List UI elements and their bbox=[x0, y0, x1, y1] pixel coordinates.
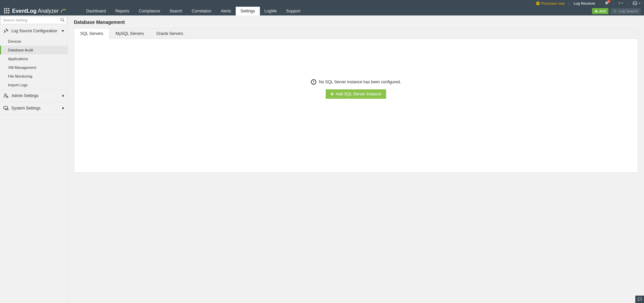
sidebar-item-file-monitoring[interactable]: File Monitoring bbox=[0, 72, 67, 81]
tab-dashboard[interactable]: Dashboard bbox=[82, 7, 111, 15]
svg-point-2 bbox=[634, 2, 636, 3]
tab-correlation[interactable]: Correlation bbox=[187, 7, 216, 15]
svg-rect-7 bbox=[4, 106, 7, 109]
chevron-down-icon bbox=[61, 30, 64, 32]
separator: | bbox=[613, 1, 614, 5]
tab-reports[interactable]: Reports bbox=[110, 7, 134, 15]
purchase-now-link[interactable]: Purchase now bbox=[536, 1, 565, 5]
svg-point-3 bbox=[613, 10, 615, 12]
cart-icon bbox=[536, 1, 540, 5]
add-sql-instance-button[interactable]: Add SQL Server Instance bbox=[326, 89, 386, 99]
help-menu[interactable]: ? bbox=[618, 1, 623, 5]
log-search-button[interactable]: Log Search bbox=[610, 8, 641, 14]
main-layout: Log Source Configuration Devices Databas… bbox=[0, 15, 644, 303]
content-area: Database Management SQL Servers MySQL Se… bbox=[68, 15, 644, 303]
search-setting-wrap bbox=[1, 16, 67, 24]
help-label: ? bbox=[618, 1, 620, 5]
sidebar-section-admin: Admin Settings bbox=[0, 90, 67, 102]
plus-icon bbox=[330, 92, 334, 96]
tab-settings[interactable]: Settings bbox=[236, 7, 260, 15]
tab-alerts[interactable]: Alerts bbox=[216, 7, 236, 15]
chevron-right-icon bbox=[62, 107, 64, 110]
svg-point-4 bbox=[61, 18, 63, 21]
sidebar-head-label: System Settings bbox=[11, 106, 41, 111]
subtab-oracle-servers[interactable]: Oracle Servers bbox=[150, 29, 190, 39]
user-gear-icon bbox=[3, 93, 9, 98]
plus-icon bbox=[595, 10, 598, 13]
user-menu[interactable] bbox=[632, 1, 641, 6]
sidebar-head-log-source[interactable]: Log Source Configuration bbox=[0, 25, 67, 37]
feedback-button[interactable] bbox=[635, 296, 644, 303]
sidebar-item-database-audit[interactable]: Database Audit bbox=[0, 46, 67, 54]
caret-down-icon bbox=[621, 3, 623, 4]
tab-compliance[interactable]: Compliance bbox=[134, 7, 165, 15]
sidebar-head-system[interactable]: System Settings bbox=[0, 102, 67, 114]
sidebar-head-label: Admin Settings bbox=[11, 93, 39, 98]
add-button[interactable]: Add bbox=[592, 8, 608, 14]
brand-a: EventLog bbox=[12, 8, 37, 14]
nav-tabs: Dashboard Reports Compliance Search Corr… bbox=[82, 7, 305, 15]
separator: | bbox=[627, 1, 628, 5]
tab-support[interactable]: Support bbox=[281, 7, 305, 15]
nav-right: Add Log Search bbox=[592, 7, 644, 15]
tab-logme[interactable]: LogMe bbox=[260, 7, 282, 15]
chevron-right-icon bbox=[62, 94, 64, 97]
separator: | bbox=[599, 1, 600, 5]
svg-point-0 bbox=[536, 2, 540, 5]
svg-point-6 bbox=[6, 96, 8, 97]
log-search-label: Log Search bbox=[619, 9, 638, 13]
purchase-now-label: Purchase now bbox=[541, 1, 565, 5]
sidebar-item-applications[interactable]: Applications bbox=[0, 54, 67, 63]
search-icon bbox=[613, 9, 617, 13]
chat-icon bbox=[637, 297, 642, 302]
sidebar-items-log-source: Devices Database Audit Applications VM M… bbox=[0, 37, 67, 89]
sidebar-item-vm-management[interactable]: VM Management bbox=[0, 63, 67, 72]
sidebar-section-log-source: Log Source Configuration Devices Databas… bbox=[0, 25, 67, 90]
subtabs: SQL Servers MySQL Servers Oracle Servers bbox=[74, 29, 638, 39]
sidebar-item-import-logs[interactable]: Import Logs bbox=[0, 81, 67, 89]
sidebar-item-devices[interactable]: Devices bbox=[0, 37, 67, 46]
log-receiver-link[interactable]: Log Receiver bbox=[573, 1, 595, 5]
search-setting-input[interactable] bbox=[1, 16, 67, 24]
notification-button[interactable]: 4 bbox=[604, 1, 609, 6]
separator: | bbox=[569, 1, 570, 5]
brand-logo[interactable]: EventLog Analyzer bbox=[12, 7, 74, 15]
caret-down-icon bbox=[639, 3, 641, 4]
page-title: Database Management bbox=[74, 19, 638, 25]
search-icon bbox=[60, 17, 65, 22]
brand-b: Analyzer bbox=[38, 8, 58, 14]
sidebar-head-label: Log Source Configuration bbox=[11, 29, 57, 33]
subtab-sql-servers[interactable]: SQL Servers bbox=[74, 29, 109, 39]
svg-point-5 bbox=[4, 94, 6, 96]
monitor-gear-icon bbox=[3, 105, 9, 111]
empty-message-row: ! No SQL Server instance has been config… bbox=[74, 79, 638, 85]
add-instance-label: Add SQL Server Instance bbox=[336, 92, 381, 96]
notification-badge: 4 bbox=[607, 0, 610, 3]
info-icon: ! bbox=[311, 79, 316, 85]
main-nav: EventLog Analyzer Dashboard Reports Comp… bbox=[0, 7, 644, 15]
user-icon bbox=[632, 1, 638, 6]
top-util-bar: Purchase now | Log Receiver | 4 | ? | bbox=[0, 0, 644, 7]
empty-message: No SQL Server instance has been configur… bbox=[319, 80, 401, 84]
sidebar-head-admin[interactable]: Admin Settings bbox=[0, 90, 67, 102]
sidebar-section-system: System Settings bbox=[0, 102, 67, 115]
sidebar: Log Source Configuration Devices Databas… bbox=[0, 15, 68, 303]
add-label: Add bbox=[599, 9, 606, 13]
svg-point-8 bbox=[7, 109, 8, 110]
panel: SQL Servers MySQL Servers Oracle Servers… bbox=[74, 28, 638, 173]
tab-search[interactable]: Search bbox=[165, 7, 187, 15]
apps-grid-icon[interactable] bbox=[4, 8, 10, 14]
subtab-mysql-servers[interactable]: MySQL Servers bbox=[109, 29, 150, 39]
brand-swirl-icon bbox=[60, 8, 67, 14]
empty-state: ! No SQL Server instance has been config… bbox=[74, 39, 638, 139]
tools-icon bbox=[3, 28, 9, 34]
